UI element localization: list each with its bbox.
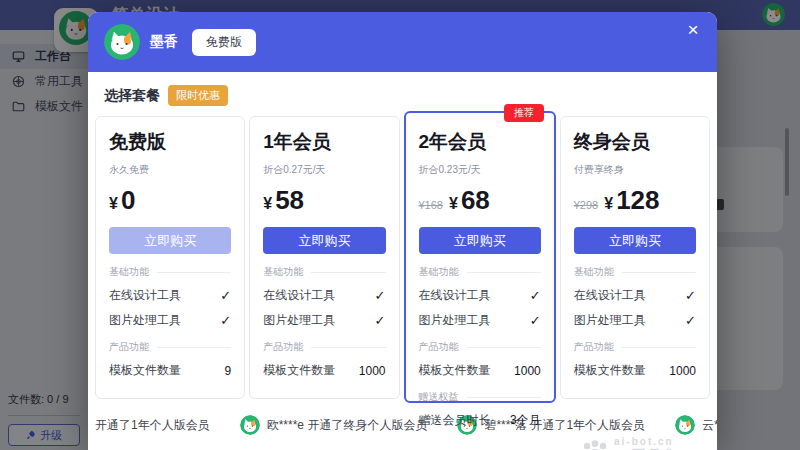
buy-now-button[interactable]: 立即购买 [574,227,696,254]
feature-row: 在线设计工具✓ [574,287,696,304]
feature-row: 图片处理工具✓ [263,312,385,329]
feature-section-label: 产品功能 [109,340,231,354]
plan-name: 免费版 [109,129,231,155]
feature-value: 1000 [669,364,696,378]
feature-label: 图片处理工具 [109,312,181,329]
currency-symbol: ¥ [449,195,458,213]
feature-value: 1000 [359,364,386,378]
currency-symbol: ¥ [604,195,613,213]
feature-value: 1000 [514,364,541,378]
plan-card-1: 1年会员折合0.27元/天¥58立即购买基础功能在线设计工具✓图片处理工具✓产品… [249,116,399,399]
check-icon: ✓ [530,313,541,328]
feature-section-label: 产品功能 [263,340,385,354]
tabs-row: 选择套餐 限时优惠 [88,72,717,106]
feature-row: 模板文件数量1000 [419,362,541,379]
feature-row: 在线设计工具✓ [109,287,231,304]
plan-card-3: 终身会员付费享终身¥298¥128立即购买基础功能在线设计工具✓图片处理工具✓产… [560,116,710,399]
tab-choose-plan[interactable]: 选择套餐 [104,87,160,105]
watermark: ai-bot.cn AI工具集 [582,436,679,450]
feature-row: 在线设计工具✓ [263,287,385,304]
screen: 简单设计 工作台常用工具模板文件 文件数: 0 / 9 升级 [0,0,800,450]
check-icon: ✓ [685,313,696,328]
feature-label: 模板文件数量 [574,362,646,379]
plan-subtitle: 付费享终身 [574,163,696,177]
feature-section-label: 基础功能 [263,265,385,279]
check-icon: ✓ [685,288,696,303]
plan-name: 1年会员 [263,129,385,155]
feature-label: 图片处理工具 [419,312,491,329]
feature-label: 在线设计工具 [109,287,181,304]
feature-label: 模板文件数量 [419,362,491,379]
pricing-modal: 墨香 免费版 × 选择套餐 限时优惠 免费版永久免费¥0立即购买基础功能在线设计… [88,12,717,450]
feature-label: 图片处理工具 [263,312,335,329]
promo-badge: 限时优惠 [168,85,228,106]
plan-name: 终身会员 [574,129,696,155]
feature-label: 模板文件数量 [109,362,181,379]
paw-logo-icon [582,440,608,450]
avatar [104,24,140,60]
check-icon: ✓ [375,288,386,303]
feature-row: 模板文件数量1000 [574,362,696,379]
check-icon: ✓ [375,313,386,328]
price-row: ¥58 [263,185,385,215]
recommend-badge: 推荐 [504,104,544,122]
plan-subtitle: 永久免费 [109,163,231,177]
ticker-item-0: 开通了1年个人版会员 [95,417,210,434]
feature-value: 9 [225,364,232,378]
original-price: ¥298 [574,199,598,211]
plan-subtitle: 折合0.27元/天 [263,163,385,177]
feature-section-label: 产品功能 [574,340,696,354]
check-icon: ✓ [530,288,541,303]
ticker-item-3: 云****轻 开通 [675,415,717,435]
feature-label: 在线设计工具 [263,287,335,304]
feature-row: 模板文件数量9 [109,362,231,379]
feature-label: 图片处理工具 [574,312,646,329]
ticker-avatar [675,415,695,435]
current-plan-badge[interactable]: 免费版 [192,29,256,56]
check-icon: ✓ [220,313,231,328]
watermark-line1: ai-bot.cn [614,436,679,447]
plan-card-0: 免费版永久免费¥0立即购买基础功能在线设计工具✓图片处理工具✓产品功能模板文件数… [95,116,245,399]
ticker-text: 云****轻 开通 [702,417,717,434]
plan-name: 2年会员 [419,129,541,155]
buy-now-button[interactable]: 立即购买 [263,227,385,254]
price-row: ¥0 [109,185,231,215]
feature-section-label: 赠送权益 [419,390,541,404]
plan-cards: 免费版永久免费¥0立即购买基础功能在线设计工具✓图片处理工具✓产品功能模板文件数… [88,106,717,399]
feature-section-label: 产品功能 [419,340,541,354]
feature-label: 赠送会员时长 [419,412,491,429]
buy-now-button[interactable]: 立即购买 [109,227,231,254]
feature-label: 在线设计工具 [419,287,491,304]
feature-row: 赠送会员时长3个月 [419,412,541,429]
username: 墨香 [150,33,178,51]
price-value: 58 [275,185,304,216]
price-value: 68 [461,185,490,216]
plan-card-2: 推荐2年会员折合0.23元/天¥168¥68立即购买基础功能在线设计工具✓图片处… [404,111,556,403]
feature-row: 在线设计工具✓ [419,287,541,304]
currency-symbol: ¥ [263,195,272,213]
ticker-item-1: 欧****e 开通了终身个人版会员 [240,415,428,435]
price-value: 128 [616,185,659,216]
feature-section-label: 基础功能 [574,265,696,279]
ticker-avatar [240,415,260,435]
close-icon[interactable]: × [681,18,705,42]
modal-header: 墨香 免费版 × [88,12,717,72]
plan-subtitle: 折合0.23元/天 [419,163,541,177]
feature-section-label: 基础功能 [109,265,231,279]
ticker-text: 欧****e 开通了终身个人版会员 [267,417,428,434]
price-row: ¥298¥128 [574,185,696,215]
feature-label: 模板文件数量 [263,362,335,379]
currency-symbol: ¥ [109,195,118,213]
price-row: ¥168¥68 [419,185,541,215]
feature-section-label: 基础功能 [419,265,541,279]
feature-row: 图片处理工具✓ [109,312,231,329]
check-icon: ✓ [220,288,231,303]
feature-row: 图片处理工具✓ [419,312,541,329]
feature-label: 在线设计工具 [574,287,646,304]
price-value: 0 [121,185,135,216]
feature-row: 图片处理工具✓ [574,312,696,329]
buy-now-button[interactable]: 立即购买 [419,227,541,254]
feature-value: 3个月 [510,412,541,429]
feature-row: 模板文件数量1000 [263,362,385,379]
purchase-ticker: 开通了1年个人版会员欧****e 开通了终身个人版会员碧****落 开通了1年个… [88,399,717,435]
